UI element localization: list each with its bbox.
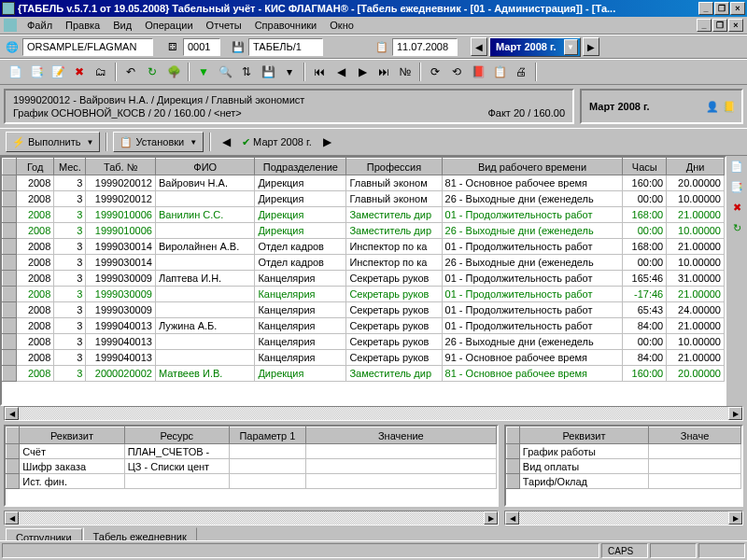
sort-icon[interactable]: ⇅ — [237, 63, 256, 81]
table-row[interactable]: 200831999040013Лужина А.Б.КанцелярияСекр… — [3, 318, 725, 334]
scroll-left-icon[interactable]: ◀ — [5, 407, 19, 420]
table-row[interactable]: Тариф/Оклад — [507, 474, 741, 489]
undo-icon[interactable]: ↶ — [121, 63, 140, 81]
table-row[interactable]: 200831999030009КанцелярияСекретарь руков… — [3, 287, 725, 302]
mdi-restore-button[interactable]: ❐ — [712, 19, 727, 32]
table-row[interactable]: 200831999030014Отдел кадровИнспектор по … — [3, 255, 725, 271]
last-icon[interactable]: ⏭ — [374, 63, 393, 81]
edit-icon[interactable]: 📝 — [49, 63, 67, 81]
doc2-icon[interactable]: 📑 — [728, 178, 745, 195]
col-header[interactable]: Ресурс — [124, 427, 229, 444]
col-header[interactable]: Профессия — [346, 159, 442, 175]
app-menu-icon[interactable] — [4, 19, 17, 32]
table-row[interactable]: 200831999030009Лаптева И.Н.КанцелярияСек… — [3, 271, 725, 287]
clipboard-icon[interactable]: 📋 — [490, 63, 509, 81]
prev-icon[interactable]: ◀ — [331, 63, 350, 81]
side-delete-icon[interactable]: ✖ — [728, 199, 745, 216]
menu-view[interactable]: Вид — [106, 18, 138, 33]
view-icon[interactable]: 🗂 — [92, 63, 110, 81]
menu-edit[interactable]: Правка — [59, 18, 106, 33]
database-field[interactable]: ORSAMPLE/FLAGMAN — [22, 38, 153, 56]
col-header[interactable]: Таб. № — [86, 159, 156, 175]
period-next-button[interactable]: ▶ — [583, 37, 599, 56]
date-field[interactable]: 11.07.2008 — [392, 38, 458, 56]
month-next-button[interactable]: ▶ — [318, 133, 337, 151]
link1-icon[interactable]: ⟳ — [426, 63, 444, 81]
link2-icon[interactable]: ⟲ — [447, 63, 466, 81]
table-row[interactable]: Ист. фин. — [7, 474, 497, 489]
search-icon[interactable]: 🔍 — [216, 63, 234, 81]
col-header[interactable]: Параметр 1 — [229, 427, 305, 444]
disk-icon[interactable]: 💾 — [230, 38, 247, 55]
table-row[interactable]: Шифр заказаЦЗ - Списки цент — [7, 459, 497, 474]
save-icon[interactable]: 💾 — [259, 63, 277, 81]
note-icon[interactable]: 📒 — [723, 101, 736, 113]
col-header[interactable]: Значение — [305, 427, 496, 444]
doc1-icon[interactable]: 📄 — [728, 158, 745, 175]
delete-icon[interactable]: ✖ — [70, 63, 89, 81]
maximize-button[interactable]: ❐ — [714, 2, 729, 15]
execute-button[interactable]: ⚡ Выполнить ▼ — [6, 132, 100, 152]
col-header[interactable]: Мес. — [54, 159, 86, 175]
side-refresh-icon[interactable]: ↻ — [728, 219, 745, 236]
person-icon[interactable]: 👤 — [706, 101, 719, 113]
col-header[interactable]: Вид рабочего времени — [442, 159, 623, 175]
requisites-grid-right[interactable]: РеквизитЗначеГрафик работыВид оплатыТари… — [504, 425, 743, 507]
menu-file[interactable]: Файл — [21, 18, 59, 33]
menu-reports[interactable]: Отчеты — [200, 18, 248, 33]
menu-references[interactable]: Справочники — [248, 18, 324, 33]
book-icon[interactable]: 📕 — [469, 63, 487, 81]
tree-icon[interactable]: 🌳 — [164, 63, 183, 81]
first-icon[interactable]: ⏮ — [310, 63, 329, 81]
col-header[interactable]: Подразделение — [255, 159, 346, 175]
path-field[interactable]: ТАБЕЛЬ/1 — [248, 38, 323, 56]
row-header[interactable] — [3, 159, 17, 175]
requisites-grid-left[interactable]: РеквизитРесурсПараметр 1ЗначениеСчётПЛАН… — [4, 425, 499, 507]
month-prev-button[interactable]: ◀ — [217, 133, 235, 151]
new-icon[interactable]: 📄 — [6, 63, 24, 81]
structure-icon[interactable]: ⚃ — [164, 38, 181, 55]
goto-icon[interactable]: № — [396, 63, 415, 81]
filter-icon[interactable]: ▼ — [194, 63, 213, 81]
calendar-icon[interactable]: 📋 — [374, 38, 390, 55]
table-row[interactable]: 200831999040013КанцелярияСекретарь руков… — [3, 350, 725, 366]
mdi-close-button[interactable]: × — [728, 19, 743, 32]
col-header[interactable]: Значе — [649, 427, 741, 444]
table-row[interactable]: График работы — [507, 444, 741, 459]
settings-button[interactable]: 📋 Установки ▼ — [113, 132, 204, 152]
next-icon[interactable]: ▶ — [353, 63, 372, 81]
refresh-icon[interactable]: ↻ — [143, 63, 162, 81]
table-row[interactable]: 200831999030009КанцелярияСекретарь руков… — [3, 302, 725, 318]
table-row[interactable]: Вид оплаты — [507, 459, 741, 474]
table-row[interactable]: 200831999010006Ванилин С.С.ДирекцияЗамес… — [3, 207, 725, 223]
close-button[interactable]: × — [730, 2, 745, 15]
timesheet-grid[interactable]: ГодМес.Таб. №ФИОПодразделениеПрофессияВи… — [0, 156, 726, 406]
table-row[interactable]: 200831999020012Вайрович Н.А.ДирекцияГлав… — [3, 175, 725, 191]
right-hscroll[interactable]: ◀▶ — [504, 511, 743, 525]
scroll-right-icon[interactable]: ▶ — [728, 407, 742, 420]
globe-icon[interactable]: 🌐 — [4, 38, 21, 55]
main-hscroll[interactable]: ◀ ▶ — [4, 406, 743, 421]
code-field[interactable]: 0001 — [183, 38, 220, 56]
col-header[interactable]: Часы — [623, 159, 667, 175]
col-header[interactable]: Дни — [667, 159, 725, 175]
print-icon[interactable]: 🖨 — [512, 63, 530, 81]
col-header[interactable]: Год — [16, 159, 53, 175]
copy-icon[interactable]: 📑 — [27, 63, 46, 81]
table-row[interactable]: 200832000020002Матвеев И.В.ДирекцияЗамес… — [3, 366, 725, 382]
table-row[interactable]: 200831999020012ДирекцияГлавный эконом26 … — [3, 191, 725, 207]
col-header[interactable]: Реквизит — [519, 427, 648, 444]
dropdown-icon[interactable]: ▾ — [280, 63, 299, 81]
menu-window[interactable]: Окно — [323, 18, 360, 33]
table-row[interactable]: 200831999010006ДирекцияЗаместитель дир26… — [3, 223, 725, 239]
period-prev-button[interactable]: ◀ — [471, 37, 487, 56]
left-hscroll[interactable]: ◀▶ — [4, 511, 499, 525]
table-row[interactable]: СчётПЛАН_СЧЕТОВ - — [7, 444, 497, 459]
minimize-button[interactable]: _ — [698, 2, 713, 15]
col-header[interactable]: ФИО — [155, 159, 254, 175]
table-row[interactable]: 200831999030014Виролайнен А.В.Отдел кадр… — [3, 239, 725, 255]
period-dropdown[interactable]: Март 2008 г. ▼ — [489, 37, 581, 57]
menu-operations[interactable]: Операции — [138, 18, 199, 33]
col-header[interactable]: Реквизит — [20, 427, 124, 444]
mdi-minimize-button[interactable]: _ — [697, 19, 712, 32]
